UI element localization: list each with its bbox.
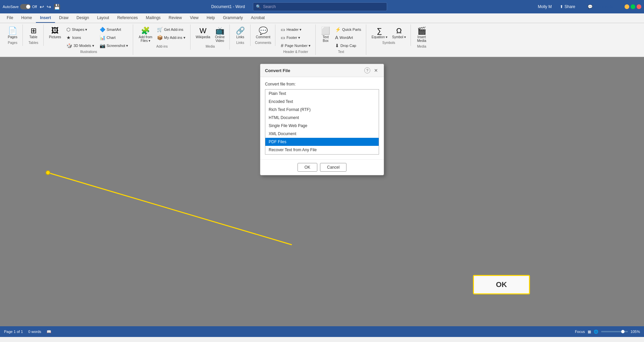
comments-ribbon-items: 💬 Comment (254, 26, 272, 40)
dialog-ok-button[interactable]: OK (298, 163, 317, 172)
print-layout-icon[interactable]: ▦ (588, 330, 591, 334)
list-item-single-file-web[interactable]: Single File Web Page (265, 122, 379, 130)
wikipedia-button[interactable]: W Wikipedia (194, 26, 212, 40)
ribbon-group-insert-media: 🎬 InsertMedia Media (412, 24, 432, 50)
list-item-recover-text[interactable]: Recover Text from Any File (265, 146, 379, 154)
tab-grammarly[interactable]: Grammarly (219, 13, 247, 23)
tab-acrobat[interactable]: Acrobat (247, 13, 269, 23)
addins-col: 🛒 Get Add-ins 📦 My Add-ins ▾ (155, 26, 187, 41)
quickparts-button[interactable]: ⚡ Quick Parts (333, 26, 363, 33)
zoom-thumb (621, 330, 625, 333)
dropcap-button[interactable]: ⬇ Drop Cap (333, 42, 363, 49)
search-box[interactable]: 🔍 (253, 2, 387, 11)
web-layout-icon[interactable]: 🌐 (594, 330, 598, 334)
pages-button[interactable]: 📄 Pages (6, 26, 19, 40)
search-icon: 🔍 (256, 4, 261, 9)
tab-design[interactable]: Design (72, 13, 93, 23)
close-icon: ✕ (374, 68, 378, 73)
comment-label: Comment (256, 35, 270, 39)
tab-insert[interactable]: Insert (36, 13, 55, 23)
list-item-wp5x[interactable]: WordPerfect 5.x (265, 154, 379, 155)
addins-button[interactable]: 🧩 Add fromFiles ▾ (137, 26, 154, 44)
proofing-icon[interactable]: 📖 (47, 330, 51, 334)
title-bar: AutoSave Off ↩ ↪ 💾 Document1 - Word 🔍 Mo… (0, 0, 644, 13)
undo-icon[interactable]: ↩ (40, 4, 44, 10)
autosave-pill[interactable] (20, 4, 31, 9)
autosave-toggle[interactable]: AutoSave Off (3, 4, 37, 9)
annotation-ok-box: OK (473, 275, 530, 294)
wordart-icon: A (335, 35, 338, 40)
list-item-rtf[interactable]: Rich Text Format (RTF) (265, 106, 379, 114)
dialog-close-button[interactable]: ✕ (373, 67, 379, 73)
equation-button[interactable]: ∑ Equation ▾ (370, 26, 389, 40)
chart-button[interactable]: 📊 Chart (98, 34, 130, 41)
comments-ribbon-group-label: Comments (255, 41, 271, 45)
tab-view[interactable]: View (186, 13, 203, 23)
pictures-label: Pictures (49, 35, 61, 39)
3dmodels-button[interactable]: 🎲 3D Models ▾ (64, 42, 96, 49)
share-button[interactable]: ⬆ Share (556, 3, 579, 10)
redo-icon[interactable]: ↪ (47, 4, 51, 10)
smartart-button[interactable]: 🔷 SmartArt (98, 26, 130, 33)
minimize-button[interactable] (625, 4, 629, 9)
dropcap-icon: ⬇ (335, 43, 339, 48)
tab-help[interactable]: Help (203, 13, 219, 23)
list-item-pdf-files[interactable]: PDF Files (265, 138, 379, 146)
wordart-button[interactable]: A WordArt (333, 34, 363, 41)
annotation-dot (46, 170, 50, 175)
ribbon-group-media: W Wikipedia 📺 OnlineVideo Media (191, 24, 230, 50)
comment-button[interactable]: 💬 Comment (254, 26, 272, 40)
icons-button[interactable]: ★ Icons (64, 34, 96, 41)
dialog-cancel-button[interactable]: Cancel (320, 163, 346, 172)
shapes-button[interactable]: ⬡ Shapes ▾ (64, 26, 96, 33)
title-bar-left: AutoSave Off ↩ ↪ 💾 (3, 4, 60, 10)
tab-layout[interactable]: Layout (93, 13, 113, 23)
tab-references[interactable]: References (113, 13, 142, 23)
dialog-title: Convert File (265, 68, 290, 73)
footer-button[interactable]: ▭ Footer ▾ (279, 34, 313, 41)
tab-file[interactable]: File (3, 13, 17, 23)
tab-mailings[interactable]: Mailings (142, 13, 165, 23)
links-button[interactable]: 🔗 Links (233, 26, 247, 40)
file-list[interactable]: Plain Text Encoded Text Rich Text Format… (265, 89, 379, 155)
ribbon-group-headerfooter: ▭ Header ▾ ▭ Footer ▾ # Page Number ▾ He… (276, 24, 316, 55)
page-number-button[interactable]: # Page Number ▾ (279, 42, 313, 49)
online-video-button[interactable]: 📺 OnlineVideo (213, 26, 227, 44)
zoom-slider[interactable] (601, 331, 628, 332)
my-addins-button[interactable]: 📦 My Add-ins ▾ (155, 34, 187, 41)
tab-home[interactable]: Home (17, 13, 36, 23)
comments-button[interactable]: 💬 Comments (583, 3, 618, 11)
search-input[interactable] (263, 4, 384, 9)
ribbon-tabs: File Home Insert Draw Design Layout Refe… (0, 13, 644, 23)
save-icon[interactable]: 💾 (54, 4, 60, 10)
smartart-icon: 🔷 (100, 27, 105, 32)
header-button[interactable]: ▭ Header ▾ (279, 26, 313, 33)
textbox-button[interactable]: ⬜ TextBox (319, 26, 332, 44)
list-item-html-doc[interactable]: HTML Document (265, 114, 379, 122)
list-item-xml-doc[interactable]: XML Document (265, 130, 379, 138)
addins-items: 🧩 Add fromFiles ▾ 🛒 Get Add-ins 📦 My Add… (137, 26, 187, 44)
comment-icon: 💬 (259, 27, 268, 35)
symbol-button[interactable]: Ω Symbol ▾ (390, 26, 408, 40)
dialog-footer: OK Cancel (260, 159, 384, 175)
list-item-encoded-text[interactable]: Encoded Text (265, 98, 379, 106)
get-addins-button[interactable]: 🛒 Get Add-ins (155, 26, 187, 33)
table-button[interactable]: ⊞ Table (27, 26, 40, 40)
maximize-button[interactable] (631, 4, 635, 9)
wikipedia-icon: W (200, 27, 207, 35)
screenshot-button[interactable]: 📷 Screenshot ▾ (98, 42, 130, 49)
document-area: Convert File ? ✕ Convert file from: Plai… (0, 57, 644, 326)
tab-draw[interactable]: Draw (55, 13, 72, 23)
dialog-help-button[interactable]: ? (364, 67, 370, 73)
close-button[interactable] (637, 4, 641, 9)
3dmodels-icon: 🎲 (66, 43, 72, 48)
insert-media-button[interactable]: 🎬 InsertMedia (415, 26, 428, 44)
status-bar: Page 1 of 1 0 words 📖 Focus ▦ 🌐 105% (0, 326, 644, 337)
list-item-plain-text[interactable]: Plain Text (265, 90, 379, 98)
pictures-button[interactable]: 🖼 Pictures (47, 26, 63, 40)
tab-review[interactable]: Review (165, 13, 186, 23)
addins-label: Add fromFiles ▾ (139, 35, 152, 43)
focus-button[interactable]: Focus (575, 330, 585, 334)
ribbon-group-addins: 🧩 Add fromFiles ▾ 🛒 Get Add-ins 📦 My Add… (134, 24, 190, 50)
pages-icon: 📄 (8, 27, 17, 35)
